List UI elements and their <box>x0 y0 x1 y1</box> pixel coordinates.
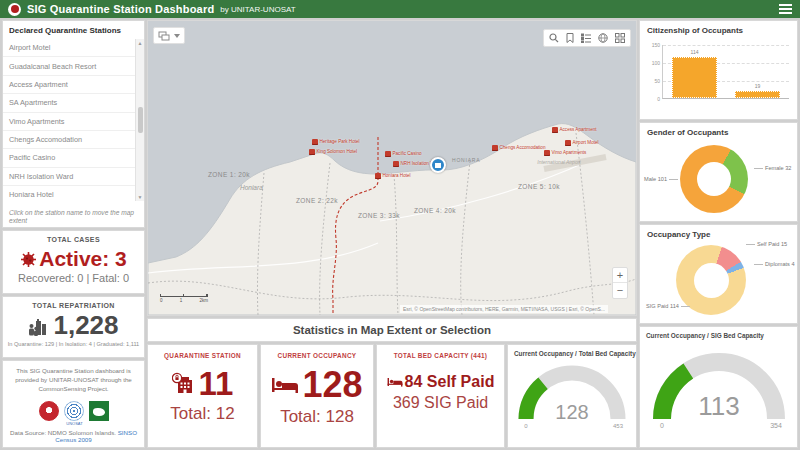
overview-grid-icon[interactable] <box>615 33 625 43</box>
active-cases-value: Active: 3 <box>39 247 127 271</box>
station-marker[interactable]: Heritage Park Hotel <box>312 139 360 145</box>
layers-toolbar[interactable] <box>153 27 185 44</box>
stats-section-title: Statistics in Map Extent or Selection <box>147 318 637 342</box>
station-list-item[interactable]: Guadalcanal Beach Resort <box>3 57 135 75</box>
self-paid-label: Self Paid 15 <box>744 241 787 247</box>
bar-si-nationals[interactable] <box>672 57 717 98</box>
gauge-sig-bed-panel: Current Occupancy / SIG Bed Capacity 113… <box>639 326 798 448</box>
station-marker[interactable]: King Solomon Hotel <box>309 149 357 155</box>
about-text: This SIG Quarantine Station dashboard is… <box>10 367 137 394</box>
virus-icon <box>20 251 37 268</box>
gauge-sig-bed: 113 0 354 <box>644 339 794 429</box>
occupancy-type-title: Occupancy Type <box>640 225 797 239</box>
app-title: SIG Quarantine Station Dashboard <box>27 3 214 15</box>
station-marker[interactable]: Airport Motel <box>565 140 599 146</box>
basemap-globe-icon[interactable] <box>598 33 608 43</box>
station-marker[interactable]: Chengs Accomodation <box>492 145 545 151</box>
legend-icon[interactable] <box>581 33 591 43</box>
occupancy-type-panel: Occupancy Type Self Paid 15 Diplomats 4 … <box>639 224 798 324</box>
airport-label: International Airport <box>532 159 586 166</box>
bed-small-icon <box>387 376 403 388</box>
station-marker[interactable]: Vimo Apartments <box>544 150 586 156</box>
svg-text:113: 113 <box>698 391 739 421</box>
station-list-item[interactable]: Honiara Hotel <box>3 186 135 201</box>
bar-value-label: 19 <box>738 83 778 89</box>
app-byline: by UNITAR-UNOSAT <box>220 5 295 14</box>
gauge-total-bed-title: Current Occupancy / Total Bed Capacity <box>508 345 636 357</box>
search-icon[interactable] <box>549 33 559 43</box>
zone-label: ZONE 3: 33k <box>358 212 400 219</box>
self-paid-value: 84 Self Paid <box>405 373 495 391</box>
gender-donut-chart <box>680 145 748 213</box>
gender-panel: Gender of Occupants Male 101 Female 32 <box>639 122 798 222</box>
cases-detail: Recovered: 0 | Fatal: 0 <box>3 272 144 284</box>
bookmark-icon[interactable] <box>566 33 574 43</box>
y-axis-tick: 150 <box>642 42 660 48</box>
people-building-icon <box>28 319 50 338</box>
citizenship-panel: Citizenship of Occupants 150100500114SI … <box>639 20 798 120</box>
y-axis-tick: 50 <box>642 78 660 84</box>
stations-panel-title: Declared Quarantine Stations <box>3 21 144 40</box>
svg-text:453: 453 <box>613 423 624 429</box>
data-source: Data Source: NDMO Solomon Islands. SINSO… <box>10 429 137 443</box>
hamburger-menu-icon[interactable] <box>779 2 792 16</box>
total-cases-title: TOTAL CASES <box>3 231 144 243</box>
stations-panel: Declared Quarantine Stations Airport Mot… <box>2 20 145 228</box>
station-list-item[interactable]: Pacific Casino <box>3 149 135 167</box>
station-list-item[interactable]: Chengs Accomodation <box>3 131 135 149</box>
about-panel: This SIG Quarantine Station dashboard is… <box>2 360 145 448</box>
building-marker-icon <box>552 127 558 133</box>
layers-icon <box>158 31 170 41</box>
ndmo-logo <box>39 401 59 421</box>
y-axis-tick: 0 <box>642 96 660 102</box>
gauge-total-bed: 128 0 453 <box>512 357 632 429</box>
building-marker-icon <box>393 161 399 167</box>
station-list-item[interactable]: SA Apartments <box>3 94 135 112</box>
basemap <box>148 21 636 315</box>
repatriation-value: 1,228 <box>53 312 118 338</box>
total-cases-panel: TOTAL CASES Active: 3 Recovered: 0 | Fat… <box>2 230 145 294</box>
gauge-sig-bed-title: Current Occupancy / SIG Bed Capacity <box>640 327 797 339</box>
svg-text:0: 0 <box>524 423 528 429</box>
station-marker[interactable]: Access Apartment <box>552 127 597 133</box>
selected-station-marker[interactable] <box>430 157 446 173</box>
dashboard: SIG Quarantine Station Dashboard by UNIT… <box>0 0 800 450</box>
zone-label: ZONE 2: 22k <box>296 197 338 204</box>
map-toolbar <box>543 29 631 47</box>
zoom-in-button[interactable]: + <box>613 268 627 283</box>
building-marker-icon <box>385 151 391 157</box>
citizenship-bar-chart: 150100500114SI Nationals19Foreign Nation… <box>662 45 789 99</box>
station-list-item[interactable]: Access Apartment <box>3 76 135 94</box>
sig-paid-label: SIG Paid 114 <box>646 303 692 309</box>
zoom-out-button[interactable]: − <box>613 283 627 298</box>
station-marker[interactable]: Pacific Casino <box>385 151 422 157</box>
scroll-up-icon[interactable]: ▲ <box>138 40 143 46</box>
building-marker-icon <box>544 150 550 156</box>
building-marker-icon <box>565 140 571 146</box>
bar-value-label: 114 <box>675 49 715 55</box>
map-panel[interactable]: ZONE 1: 20kZONE 2: 22kZONE 3: 33kZONE 4:… <box>147 20 637 316</box>
building-marker-icon <box>492 145 498 151</box>
stations-scrollbar[interactable]: ▲ ▼ <box>135 39 144 201</box>
station-list-item[interactable]: Vimo Apartments <box>3 113 135 131</box>
scale-bar: 012km <box>160 294 208 303</box>
building-marker-icon <box>312 139 318 145</box>
app-header: SIG Quarantine Station Dashboard by UNIT… <box>0 0 800 18</box>
scroll-down-icon[interactable]: ▼ <box>138 194 143 200</box>
bed-capacity-panel: TOTAL BED CAPACITY (441) 84 Self Paid 36… <box>376 344 505 448</box>
y-axis-tick: 100 <box>642 60 660 66</box>
station-list-item[interactable]: NRH Isolation Ward <box>3 168 135 186</box>
unosat-logo: UNOSAT <box>64 401 84 421</box>
zone-label: ZONE 4: 20k <box>414 207 456 214</box>
station-marker[interactable]: Honiara Hotel <box>375 173 411 179</box>
building-marker-icon <box>309 149 315 155</box>
bar-foreign-nationals[interactable] <box>735 91 780 98</box>
scroll-thumb[interactable] <box>138 107 143 133</box>
commonsensing-logo <box>89 401 109 421</box>
male-label: Male 101 <box>644 176 680 182</box>
honiara-city-label: HONIARA <box>452 157 480 163</box>
svg-text:0: 0 <box>660 422 664 429</box>
station-list-item[interactable]: Airport Motel <box>3 39 135 57</box>
repatriation-detail: In Quarantine: 129 | In Isolation: 4 | G… <box>3 341 144 347</box>
chevron-down-icon <box>174 34 180 38</box>
